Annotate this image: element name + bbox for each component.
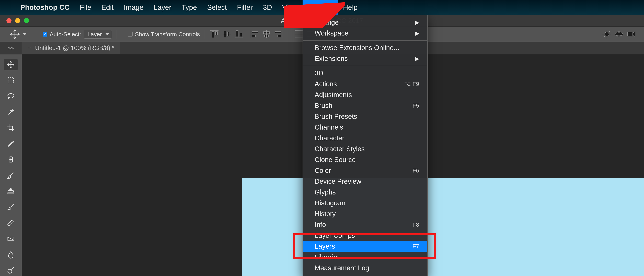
document-tab-title: Untitled-1 @ 100% (RGB/8) * — [35, 44, 114, 52]
menu-layer[interactable]: Layer — [148, 0, 176, 15]
3d-camera-icon[interactable] — [626, 29, 636, 39]
collapse-dock-button[interactable]: >> — [0, 42, 22, 54]
window-menu-item-adjustments[interactable]: Adjustments — [303, 89, 427, 100]
menu-item-label: Glyphs — [315, 188, 336, 196]
close-tab-icon[interactable]: × — [28, 45, 31, 51]
move-tool[interactable] — [4, 59, 18, 70]
minimize-button[interactable] — [15, 18, 20, 23]
menu-separator — [303, 66, 427, 66]
svg-rect-4 — [8, 78, 14, 83]
show-transform-label: Show Transform Controls — [135, 31, 200, 38]
separator — [289, 30, 289, 39]
menu-item-label: Libraries — [315, 253, 340, 261]
magic-wand-tool[interactable] — [4, 106, 18, 118]
window-menu-item-arrange[interactable]: Arrange▶ — [303, 17, 427, 28]
3d-orbit-icon[interactable] — [614, 29, 624, 39]
submenu-arrow-icon: ▶ — [415, 56, 419, 62]
current-tool-icon[interactable] — [10, 29, 20, 40]
window-menu-item-clone-source[interactable]: Clone Source — [303, 154, 427, 165]
marquee-tool[interactable] — [4, 75, 18, 86]
menu-select[interactable]: Select — [202, 0, 232, 15]
menu-item-label: Layers — [315, 242, 335, 250]
window-menu-item-info[interactable]: InfoF8 — [303, 219, 427, 230]
menu-file[interactable]: File — [75, 0, 96, 15]
window-menu-item-3d[interactable]: 3D — [303, 68, 427, 78]
separator — [116, 30, 116, 39]
menu-item-label: Character — [315, 134, 344, 142]
brush-tool[interactable] — [4, 170, 18, 181]
document-tab[interactable]: × Untitled-1 @ 100% (RGB/8) * — [22, 42, 120, 54]
window-menu-item-brush[interactable]: BrushF5 — [303, 100, 427, 111]
window-menu-item-color[interactable]: ColorF6 — [303, 165, 427, 176]
show-transform-option[interactable]: Show Transform Controls — [128, 31, 200, 38]
align-bottom-icon[interactable] — [234, 29, 244, 39]
auto-select-label: Auto-Select: — [50, 31, 81, 38]
blur-tool[interactable] — [4, 249, 18, 260]
svg-point-7 — [8, 269, 12, 273]
separator — [31, 30, 31, 39]
tool-preset-dropdown-icon[interactable] — [23, 33, 27, 35]
eraser-tool[interactable] — [4, 217, 18, 229]
auto-select-target-dropdown[interactable]: Layer — [84, 30, 112, 38]
gradient-tool[interactable] — [4, 233, 18, 244]
window-menu-item-device-preview[interactable]: Device Preview — [303, 176, 427, 187]
window-menu-item-brush-presets[interactable]: Brush Presets — [303, 111, 427, 122]
healing-brush-tool[interactable] — [4, 154, 18, 165]
menu-item-shortcut: F6 — [412, 167, 419, 174]
menu-type[interactable]: Type — [176, 0, 202, 15]
align-vcenter-icon[interactable] — [222, 29, 232, 39]
menu-item-label: Actions — [315, 80, 337, 88]
menu-item-shortcut: F7 — [412, 243, 419, 250]
menu-filter[interactable]: Filter — [232, 0, 258, 15]
window-menu-item-histogram[interactable]: Histogram — [303, 198, 427, 208]
window-menu-item-history[interactable]: History — [303, 208, 427, 219]
menu-item-shortcut: F8 — [412, 222, 419, 228]
menu-separator — [303, 40, 427, 40]
menu-3d[interactable]: 3D — [258, 0, 277, 15]
menu-window[interactable]: Window — [302, 0, 338, 15]
app-menu[interactable]: Photoshop CC — [15, 0, 75, 15]
menu-item-label: Channels — [315, 124, 343, 131]
menu-item-label: Brush Presets — [315, 113, 357, 120]
menu-view[interactable]: View — [277, 0, 302, 15]
window-menu-item-character-styles[interactable]: Character Styles — [303, 144, 427, 154]
close-button[interactable] — [6, 18, 12, 23]
window-menu-item-libraries[interactable]: Libraries — [303, 252, 427, 262]
tools-panel — [0, 54, 22, 276]
zoom-button[interactable] — [24, 18, 29, 23]
window-menu-item-workspace[interactable]: Workspace▶ — [303, 28, 427, 38]
3d-mode-icon[interactable] — [602, 29, 612, 39]
window-menu-item-glyphs[interactable]: Glyphs — [303, 187, 427, 198]
menu-item-label: Device Preview — [315, 178, 362, 185]
artboard[interactable] — [242, 178, 644, 276]
menu-edit[interactable]: Edit — [96, 0, 118, 15]
menu-image[interactable]: Image — [119, 0, 149, 15]
system-menubar: Photoshop CC File Edit Image Layer Type … — [0, 0, 644, 15]
lasso-tool[interactable] — [4, 90, 18, 102]
window-menu-item-character[interactable]: Character — [303, 132, 427, 144]
align-hcenter-icon[interactable] — [262, 29, 272, 39]
chevron-down-icon — [105, 33, 109, 35]
menu-item-label: 3D — [315, 69, 323, 77]
window-menu-item-measurement-log[interactable]: Measurement Log — [303, 262, 427, 273]
crop-tool[interactable] — [4, 122, 18, 134]
menu-item-label: History — [315, 210, 336, 218]
show-transform-checkbox[interactable] — [128, 32, 132, 36]
align-top-icon[interactable] — [209, 29, 220, 39]
eyedropper-tool[interactable] — [4, 138, 18, 150]
auto-select-checkbox[interactable] — [42, 32, 47, 36]
clone-stamp-tool[interactable] — [4, 186, 18, 197]
dodge-tool[interactable] — [4, 265, 18, 276]
window-menu-item-layers[interactable]: LayersF7 — [303, 241, 427, 252]
history-brush-tool[interactable] — [4, 201, 18, 213]
auto-select-option[interactable]: Auto-Select: Layer — [42, 30, 112, 38]
window-menu-item-layer-comps[interactable]: Layer Comps — [303, 230, 427, 241]
menu-item-label: Color — [315, 167, 331, 174]
window-menu-item-browse-extensions-online[interactable]: Browse Extensions Online... — [303, 42, 427, 53]
menu-help[interactable]: Help — [338, 0, 362, 15]
window-menu-item-actions[interactable]: Actions⌥ F9 — [303, 78, 427, 89]
align-right-icon[interactable] — [274, 29, 284, 39]
align-left-icon[interactable] — [249, 29, 260, 39]
window-menu-item-extensions[interactable]: Extensions▶ — [303, 53, 427, 64]
window-menu-item-channels[interactable]: Channels — [303, 122, 427, 132]
